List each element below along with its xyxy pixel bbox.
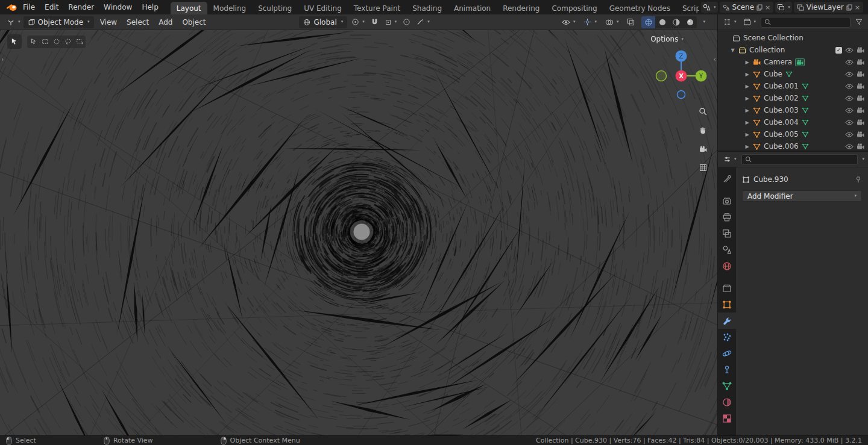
viewport-canvas[interactable] <box>0 30 717 435</box>
menu-item[interactable]: Edit <box>40 2 63 13</box>
show-gizmo-dropdown[interactable]: ▾ <box>582 17 599 27</box>
outliner-item[interactable]: ▶ Cube <box>718 68 868 80</box>
expand-icon[interactable]: ▶ <box>744 96 750 101</box>
hide-in-viewport-icon[interactable] <box>845 144 854 149</box>
expand-icon[interactable]: ▶ <box>744 132 750 137</box>
select-lasso-icon[interactable] <box>62 36 74 48</box>
snap-toggle-button[interactable] <box>369 17 380 27</box>
outliner-item[interactable]: ▶ Cube.005 <box>718 128 868 140</box>
workspace-tab[interactable]: UV Editing <box>298 2 348 14</box>
tab-modifiers[interactable] <box>718 313 736 329</box>
outliner-filter-icon[interactable] <box>854 17 864 26</box>
disable-in-render-icon[interactable] <box>857 59 864 65</box>
outliner-editor-type-dropdown[interactable]: ▾ <box>722 17 738 27</box>
workspace-tab[interactable]: Rendering <box>497 2 546 14</box>
snap-settings-dropdown[interactable]: ▾ <box>383 17 399 27</box>
sidebar-expand-icon[interactable]: ‹ <box>714 55 716 63</box>
menu-item[interactable]: Select <box>122 17 154 28</box>
hide-in-viewport-icon[interactable] <box>845 120 854 125</box>
orientation-select[interactable]: Global ▾ <box>299 16 347 28</box>
menu-item[interactable]: Object <box>177 17 210 28</box>
workspace-tab[interactable]: Scripting <box>676 2 699 14</box>
tab-output[interactable] <box>718 209 736 225</box>
select-circle-icon[interactable] <box>51 36 62 48</box>
menu-item[interactable]: Add <box>154 17 177 28</box>
workspace-tab[interactable]: Sculpting <box>252 2 298 14</box>
toolbar-expand-icon[interactable]: › <box>1 55 4 63</box>
outliner-search-input[interactable] <box>761 17 851 28</box>
shading-material-button[interactable] <box>669 16 683 28</box>
outliner-item[interactable]: ▶ Cube.006 <box>718 140 868 151</box>
toggle-xray-button[interactable] <box>625 17 637 27</box>
tab-view-layer[interactable] <box>718 225 736 241</box>
outliner-collection[interactable]: ▼ Collection ✓ <box>718 44 868 56</box>
workspace-tab[interactable]: Geometry Nodes <box>603 2 676 14</box>
add-modifier-button[interactable]: Add Modifier ▾ <box>742 190 862 202</box>
menu-item[interactable]: View <box>95 17 122 28</box>
hide-in-viewport-icon[interactable] <box>845 132 854 137</box>
outliner-item[interactable]: ▶ Cube.002 <box>718 92 868 104</box>
menu-item[interactable]: Help <box>137 2 163 13</box>
shading-dropdown-icon[interactable]: ▾ <box>703 20 705 24</box>
editor-type-dropdown[interactable]: ▾ <box>5 17 22 28</box>
expand-icon[interactable]: ▶ <box>744 60 750 65</box>
gizmo-z-neg-axis[interactable] <box>678 91 685 99</box>
hide-in-viewport-icon[interactable] <box>845 60 854 65</box>
disable-in-render-icon[interactable] <box>857 143 864 149</box>
disable-in-render-icon[interactable] <box>857 83 864 89</box>
outliner-display-mode-dropdown[interactable]: ▾ <box>741 17 758 26</box>
outliner-item[interactable]: ▶ Cube.003 <box>718 104 868 116</box>
browse-viewlayer-icon[interactable]: ▾ <box>775 2 792 13</box>
active-tool-button[interactable] <box>7 34 22 49</box>
expand-icon[interactable]: ▶ <box>744 120 750 125</box>
hide-in-viewport-icon[interactable] <box>845 108 854 113</box>
camera-view-icon[interactable] <box>696 142 709 155</box>
shading-solid-button[interactable] <box>655 16 669 28</box>
collection-checkbox[interactable]: ✓ <box>835 47 842 54</box>
disable-in-render-icon[interactable] <box>857 107 864 113</box>
workspace-tab[interactable]: Layout <box>171 2 207 14</box>
unlink-scene-icon[interactable]: × <box>765 4 770 11</box>
tab-texture[interactable] <box>718 410 736 426</box>
hide-in-viewport-icon[interactable] <box>845 84 854 89</box>
expand-icon[interactable]: ▶ <box>744 84 750 89</box>
menu-item[interactable]: Window <box>99 2 137 13</box>
outliner-item[interactable]: ▶ Camera <box>718 56 868 68</box>
workspace-tab[interactable]: Modeling <box>207 2 253 14</box>
outliner-item[interactable]: ▶ Cube.004 <box>718 116 868 128</box>
tab-particles[interactable] <box>718 329 736 345</box>
browse-scene-icon[interactable]: ▾ <box>701 2 718 13</box>
tab-physics[interactable] <box>718 345 736 361</box>
proportional-editing-toggle[interactable] <box>401 17 412 27</box>
new-scene-icon[interactable] <box>756 4 763 11</box>
disable-in-render-icon[interactable] <box>857 131 864 137</box>
tab-object[interactable] <box>718 296 736 313</box>
remove-viewlayer-icon[interactable]: × <box>855 4 860 11</box>
workspace-tab[interactable]: Texture Paint <box>348 2 406 14</box>
zoom-icon[interactable] <box>696 105 709 118</box>
tab-render[interactable] <box>718 193 736 209</box>
navigation-gizmo[interactable]: Z Y X <box>653 48 709 104</box>
disable-in-render-icon[interactable] <box>857 47 864 53</box>
expand-icon[interactable]: ▶ <box>744 144 750 149</box>
blender-logo-icon[interactable] <box>5 4 18 11</box>
menu-item[interactable]: Render <box>63 2 99 13</box>
workspace-tab[interactable]: Animation <box>448 2 497 14</box>
select-extend-icon[interactable] <box>74 36 85 48</box>
shading-rendered-button[interactable] <box>683 16 697 28</box>
pan-hand-icon[interactable] <box>696 123 709 137</box>
shading-wireframe-button[interactable] <box>641 16 655 28</box>
viewlayer-selector[interactable]: ViewLayer × <box>794 2 863 13</box>
disable-in-render-icon[interactable] <box>857 119 864 125</box>
workspace-tab[interactable]: Compositing <box>546 2 603 14</box>
proportional-falloff-dropdown[interactable]: ▾ <box>415 17 432 27</box>
gizmo-y-neg-axis[interactable] <box>656 71 667 81</box>
hide-in-viewport-icon[interactable] <box>845 96 854 101</box>
object-visibility-dropdown[interactable]: ▾ <box>560 18 577 26</box>
disable-in-render-icon[interactable] <box>857 71 864 77</box>
outliner-item[interactable]: ▶ Cube.001 <box>718 80 868 92</box>
scene-selector[interactable]: Scene × <box>720 2 774 13</box>
disable-in-render-icon[interactable] <box>857 95 864 101</box>
mode-select[interactable]: Object Mode ▾ <box>24 16 94 28</box>
pin-id-icon[interactable] <box>855 176 862 184</box>
